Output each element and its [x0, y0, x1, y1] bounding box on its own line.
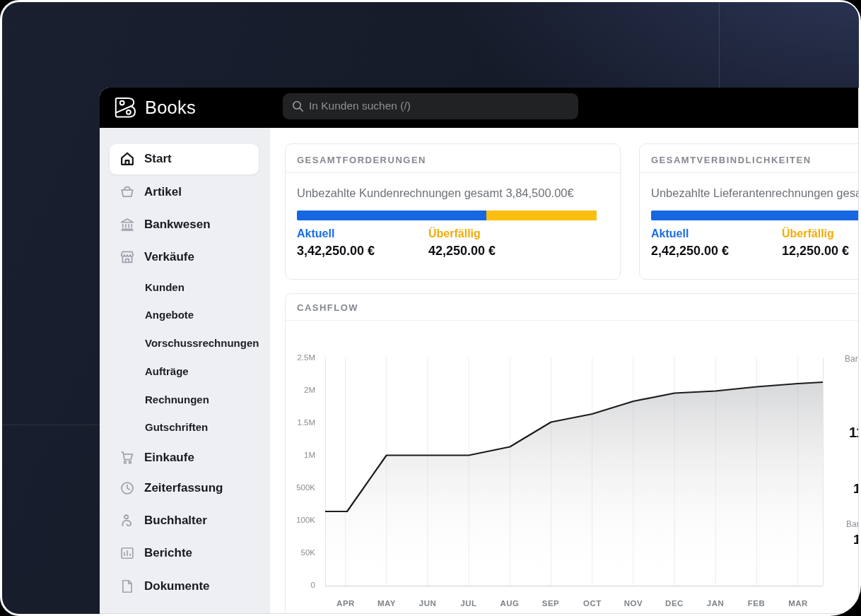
svg-text:JUL: JUL — [460, 599, 476, 608]
svg-text:FEB: FEB — [748, 599, 766, 608]
svg-text:SEP: SEP — [542, 599, 560, 608]
svg-text:MAR: MAR — [788, 599, 808, 608]
svg-text:50K: 50K — [301, 548, 316, 557]
svg-text:1M: 1M — [304, 451, 315, 459]
svg-text:AUG: AUG — [500, 599, 519, 608]
svg-text:DEC: DEC — [665, 599, 684, 608]
svg-text:1.5M: 1.5M — [297, 418, 315, 427]
svg-text:OCT: OCT — [583, 599, 602, 608]
svg-text:MAY: MAY — [377, 599, 396, 608]
svg-text:NOV: NOV — [624, 599, 643, 608]
svg-text:0: 0 — [311, 581, 315, 589]
svg-text:100K: 100K — [296, 516, 315, 524]
svg-text:APR: APR — [336, 599, 355, 608]
svg-text:2M: 2M — [304, 386, 315, 394]
svg-text:500K: 500K — [296, 483, 315, 492]
svg-text:JAN: JAN — [707, 599, 725, 608]
svg-text:2.5M: 2.5M — [297, 353, 315, 362]
svg-text:JUN: JUN — [419, 599, 437, 608]
